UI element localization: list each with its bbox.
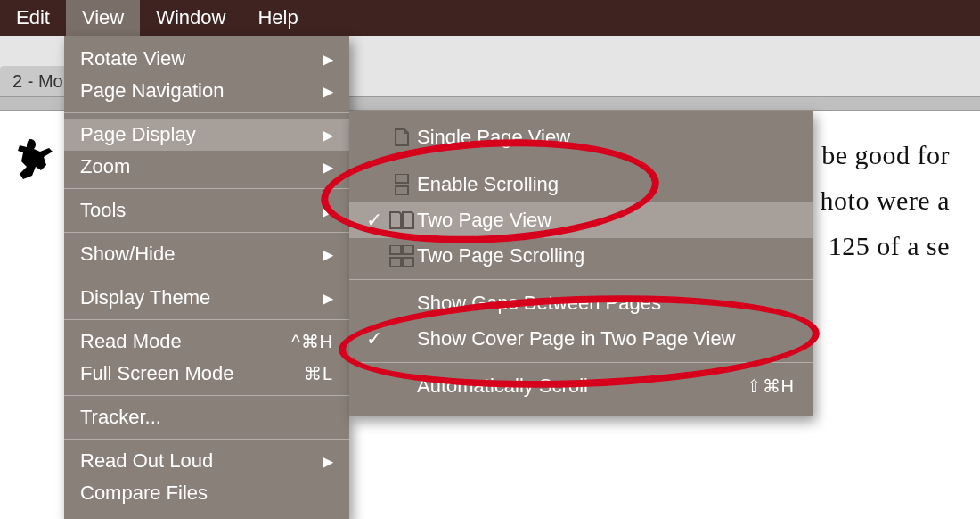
menu-item-read-out-loud[interactable]: Read Out Loud▶ xyxy=(64,445,349,477)
chevron-right-icon: ▶ xyxy=(323,83,333,100)
chevron-right-icon: ▶ xyxy=(323,290,333,307)
photographer-silhouette-icon xyxy=(12,134,66,187)
menu-item-page-navigation[interactable]: Page Navigation▶ xyxy=(64,75,349,107)
menu-item-single-page-view[interactable]: Single Page View xyxy=(349,119,813,155)
shortcut: ⇧⌘H xyxy=(747,375,795,397)
shortcut: ⌘L xyxy=(304,363,333,384)
single-scroll-icon xyxy=(387,174,417,195)
check-icon: ✓ xyxy=(362,209,387,232)
shortcut: ^⌘H xyxy=(291,331,333,352)
menu-item-show-hide[interactable]: Show/Hide▶ xyxy=(64,238,349,270)
menu-item-display-theme[interactable]: Display Theme▶ xyxy=(64,282,349,314)
menu-window[interactable]: Window xyxy=(140,0,241,36)
menu-separator xyxy=(64,232,349,233)
menu-separator xyxy=(64,319,349,320)
menu-item-two-page-view[interactable]: ✓ Two Page View xyxy=(349,202,813,238)
two-page-icon xyxy=(387,210,417,230)
menubar: Edit View Window Help xyxy=(0,0,980,36)
menu-separator xyxy=(64,188,349,189)
menu-item-compare-files[interactable]: Compare Files xyxy=(64,477,349,509)
menu-separator xyxy=(64,112,349,113)
check-icon: ✓ xyxy=(362,327,387,350)
menu-item-zoom[interactable]: Zoom▶ xyxy=(64,151,349,183)
menu-item-full-screen[interactable]: Full Screen Mode⌘L xyxy=(64,358,349,390)
menu-item-read-mode[interactable]: Read Mode^⌘H xyxy=(64,325,349,358)
menu-help[interactable]: Help xyxy=(241,0,314,36)
menu-separator xyxy=(64,276,349,276)
menu-separator xyxy=(349,161,813,161)
menu-item-tools[interactable]: Tools▶ xyxy=(64,194,349,227)
single-page-icon xyxy=(387,128,417,147)
chevron-right-icon: ▶ xyxy=(323,453,333,470)
chevron-right-icon: ▶ xyxy=(323,159,333,176)
chevron-right-icon: ▶ xyxy=(323,51,333,68)
menu-item-tracker[interactable]: Tracker... xyxy=(64,401,349,433)
menu-item-enable-scrolling[interactable]: Enable Scrolling xyxy=(349,167,813,202)
page-display-submenu: Single Page View Enable Scrolling ✓ Two … xyxy=(349,111,813,416)
chevron-right-icon: ▶ xyxy=(323,202,333,219)
view-dropdown: Rotate View▶ Page Navigation▶ Page Displ… xyxy=(64,36,349,519)
menu-separator xyxy=(64,439,349,440)
menu-item-rotate-view[interactable]: Rotate View▶ xyxy=(64,43,349,75)
menu-item-show-gaps[interactable]: Show Gaps Between Pages xyxy=(349,285,813,321)
menu-separator xyxy=(349,279,813,280)
menu-item-show-cover-page[interactable]: ✓ Show Cover Page in Two Page View xyxy=(349,321,813,357)
menu-separator xyxy=(64,395,349,396)
menu-view[interactable]: View xyxy=(66,0,140,36)
chevron-right-icon: ▶ xyxy=(323,246,333,263)
menu-item-page-display[interactable]: Page Display▶ xyxy=(64,119,349,151)
menu-item-automatically-scroll[interactable]: Automatically Scroll ⇧⌘H xyxy=(349,368,813,404)
menu-separator xyxy=(349,362,813,363)
two-page-scroll-icon xyxy=(387,245,417,267)
menu-edit[interactable]: Edit xyxy=(0,0,66,36)
chevron-right-icon: ▶ xyxy=(323,127,333,144)
menu-item-two-page-scrolling[interactable]: Two Page Scrolling xyxy=(349,238,813,274)
